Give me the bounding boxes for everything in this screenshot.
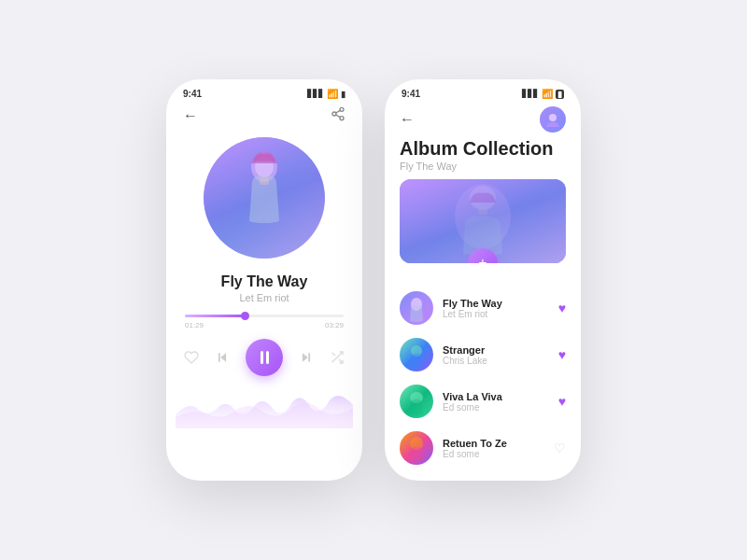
song-item-title-2: Stranger [443, 344, 549, 356]
status-time-right: 9:41 [402, 89, 420, 99]
progress-fill [185, 315, 246, 317]
next-button[interactable] [300, 351, 313, 364]
progress-bar[interactable] [185, 315, 344, 317]
song-thumbnail-1 [400, 291, 433, 325]
list-item[interactable]: Viva La Viva Ed some ♥ [400, 379, 566, 424]
like-button-1[interactable]: ♥ [558, 301, 566, 315]
album-art [204, 137, 325, 259]
collection-header: ← [385, 103, 581, 138]
progress-section[interactable]: 01:29 03:29 [166, 309, 362, 331]
back-button[interactable]: ← [183, 107, 198, 124]
svg-line-4 [336, 110, 341, 113]
song-item-artist-4: Ed some [443, 449, 544, 459]
svg-rect-11 [308, 353, 310, 361]
song-item-artist-2: Chris Lake [443, 356, 549, 366]
svg-marker-10 [303, 353, 308, 361]
like-button-4[interactable]: ♡ [554, 441, 566, 455]
song-artist: Let Em riot [166, 292, 362, 303]
song-thumbnail-3 [400, 385, 433, 418]
banner-image: + [400, 179, 566, 263]
song-thumbnail-4 [400, 431, 433, 465]
playback-controls [166, 331, 362, 382]
wifi-icon-right: 📶 [542, 89, 553, 99]
signal-icon-right: ▋▋▋ [522, 90, 539, 98]
pause-button[interactable] [246, 339, 283, 376]
svg-rect-9 [218, 353, 220, 361]
like-button-2[interactable]: ♥ [558, 347, 566, 362]
add-icon: + [478, 256, 486, 263]
like-button-3[interactable]: ♥ [558, 394, 566, 409]
collection-title: Album Collection [385, 138, 581, 161]
collection-subtitle: Fly The Way [385, 161, 581, 179]
add-button[interactable]: + [468, 248, 498, 263]
album-art-container [166, 130, 362, 270]
status-time: 9:41 [183, 89, 202, 99]
time-labels: 01:29 03:29 [185, 321, 344, 329]
song-item-artist-1: Let Em riot [443, 309, 549, 319]
status-bar: 9:41 ▋▋▋ 📶 ▮ [166, 79, 362, 103]
status-bar-right: 9:41 ▋▋▋ 📶 ▮ [385, 79, 581, 103]
svg-line-14 [332, 353, 335, 356]
song-item-info-2: Stranger Chris Lake [443, 344, 549, 366]
share-button[interactable] [331, 106, 345, 124]
player-screen: 9:41 ▋▋▋ 📶 ▮ ← [166, 79, 362, 481]
status-icons: ▋▋▋ 📶 ▮ [307, 89, 345, 99]
svg-line-3 [336, 115, 341, 118]
wifi-icon: 📶 [327, 89, 338, 99]
svg-rect-19 [478, 207, 487, 215]
collection-screen: 9:41 ▋▋▋ 📶 ▮ ← Album Collection Fly The … [385, 79, 581, 481]
song-item-info-4: Retuen To Ze Ed some [443, 438, 544, 459]
signal-icon: ▋▋▋ [307, 90, 324, 98]
list-item[interactable]: Stranger Chris Lake ♥ [400, 332, 566, 377]
song-list: Fly The Way Let Em riot ♥ Stranger Chris… [385, 263, 581, 478]
song-thumbnail-2 [400, 338, 433, 371]
song-item-artist-3: Ed some [443, 402, 549, 413]
like-button[interactable] [184, 350, 199, 365]
avatar[interactable] [540, 106, 566, 133]
song-item-info-1: Fly The Way Let Em riot [443, 298, 549, 319]
svg-point-15 [549, 114, 557, 121]
time-current: 01:29 [185, 321, 204, 329]
shuffle-button[interactable] [330, 350, 345, 365]
status-icons-right: ▋▋▋ 📶 ▮ [522, 89, 564, 99]
time-total: 03:29 [325, 321, 344, 329]
list-item[interactable]: Fly The Way Let Em riot ♥ [400, 286, 566, 330]
player-header: ← [166, 103, 362, 130]
svg-marker-8 [220, 353, 226, 361]
prev-button[interactable] [216, 351, 229, 364]
song-item-title-4: Retuen To Ze [443, 438, 544, 449]
progress-dot [241, 312, 249, 320]
song-info: Fly The Way Let Em riot [166, 270, 362, 309]
battery-icon-right: ▮ [556, 90, 564, 99]
song-item-title-3: Viva La Viva [443, 391, 549, 402]
song-title: Fly The Way [166, 273, 362, 290]
battery-icon: ▮ [341, 90, 345, 99]
svg-point-17 [455, 184, 511, 249]
song-item-info-3: Viva La Viva Ed some [443, 391, 549, 413]
waveform [176, 382, 353, 428]
svg-point-18 [470, 186, 496, 210]
song-item-title-1: Fly The Way [443, 298, 549, 309]
svg-rect-7 [260, 177, 269, 185]
list-item[interactable]: Retuen To Ze Ed some ♡ [400, 426, 566, 470]
back-button-right[interactable]: ← [400, 111, 415, 128]
